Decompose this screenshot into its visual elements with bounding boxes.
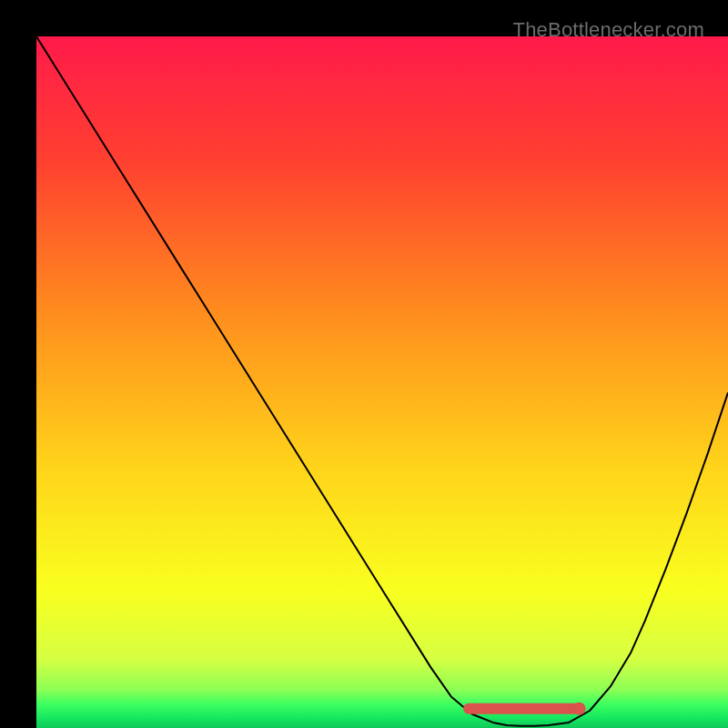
watermark-text: TheBottlenecker.com — [513, 18, 704, 42]
chart-frame: TheBottlenecker.com — [18, 18, 710, 710]
optimal-band-end-dot — [573, 703, 586, 715]
chart-background — [36, 36, 728, 728]
chart-plot — [36, 36, 728, 728]
